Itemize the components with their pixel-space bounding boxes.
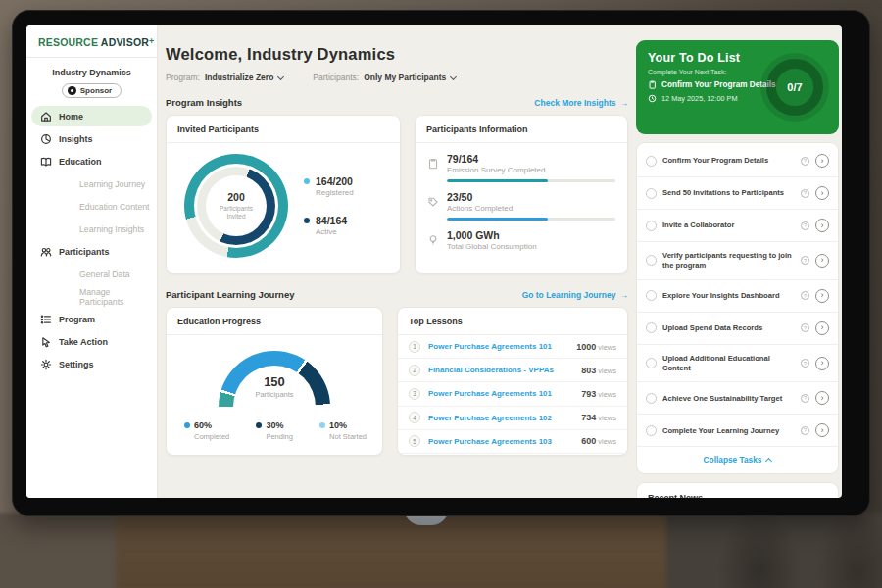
program-insights-title: Program Insights	[166, 97, 242, 108]
task-row: Achieve One Sustainability Target ? ›	[637, 382, 838, 415]
bulb-icon	[427, 232, 439, 246]
task-checkbox[interactable]	[646, 425, 657, 436]
learning-journey-title: Participant Learning Journey	[166, 289, 294, 300]
task-checkbox[interactable]	[646, 188, 657, 199]
sidebar-item[interactable]: Home	[31, 106, 152, 126]
program-filter[interactable]: Program: Industrialize Zero	[166, 73, 283, 82]
arrow-right-icon: →	[620, 290, 629, 300]
collapse-tasks-link[interactable]: Collapse Tasks	[637, 447, 838, 471]
page-title: Welcome, Industry Dynamics	[166, 45, 628, 64]
sidebar-item[interactable]: General Data	[31, 264, 152, 284]
sidebar-item[interactable]: Settings	[31, 354, 152, 374]
program-icon	[40, 314, 52, 325]
task-checkbox[interactable]	[646, 393, 657, 404]
sidebar-item-label: Program	[59, 315, 95, 324]
dashboard-screen: RESOURCE ADVISOR+ Industry Dynamics Spon…	[26, 25, 842, 498]
chevron-up-icon	[765, 458, 772, 465]
task-open-button[interactable]: ›	[815, 219, 829, 232]
background-wall-left	[0, 513, 122, 588]
legend-item: 60% Completed	[184, 420, 229, 441]
lesson-row: 4 Power Purchase Agreements 102 734views	[398, 407, 627, 430]
gauge-center-label: Participants	[219, 390, 330, 399]
lesson-link[interactable]: Power Purchase Agreements 101	[428, 342, 568, 351]
sponsor-badge[interactable]: Sponsor	[62, 83, 122, 98]
sidebar-item-label: Home	[59, 112, 83, 122]
sidebar-item[interactable]: Take Action	[31, 331, 152, 352]
metric-row: 23/50 Actions Completed	[427, 191, 615, 220]
invited-participants-title: Invited Participants	[167, 116, 400, 143]
task-open-button[interactable]: ›	[815, 391, 829, 405]
donut-center-value: 200	[227, 191, 245, 203]
info-icon[interactable]: ?	[801, 291, 809, 300]
lesson-row: 1 Power Purchase Agreements 101 1000view…	[398, 335, 627, 359]
sidebar-item[interactable]: Education Content	[31, 196, 152, 217]
recent-news-title: Recent News	[648, 493, 827, 498]
task-row: Upload Spend Data Records ? ›	[637, 313, 838, 345]
lesson-link[interactable]: Power Purchase Agreements 102	[428, 414, 573, 422]
participants-filter[interactable]: Participants: Only My Participants	[313, 73, 456, 82]
legend-label: Pending	[266, 432, 293, 441]
task-checkbox[interactable]	[646, 156, 657, 167]
progress-bar-fill	[447, 218, 548, 220]
info-icon[interactable]: ?	[801, 359, 809, 368]
sidebar-item[interactable]: Education	[31, 151, 152, 172]
task-checkbox[interactable]	[646, 220, 657, 231]
lesson-rank-badge: 2	[409, 365, 420, 376]
participants-filter-label: Participants:	[313, 73, 359, 82]
task-open-button[interactable]: ›	[815, 357, 829, 370]
info-icon[interactable]: ?	[801, 394, 809, 403]
check-more-insights-link[interactable]: Check More Insights →	[534, 98, 628, 108]
sidebar-item[interactable]: Program	[31, 309, 152, 329]
sidebar-item[interactable]: Manage Participants	[31, 286, 152, 307]
sidebar-item[interactable]: Learning Insights	[31, 219, 152, 239]
task-checkbox[interactable]	[646, 255, 657, 266]
chevron-down-icon	[277, 73, 284, 79]
lesson-link[interactable]: Financial Considerations - VPPAs	[428, 366, 573, 374]
info-icon[interactable]: ?	[801, 256, 809, 265]
invited-donut-chart: 200 Participants Invited	[184, 154, 288, 258]
arrow-right-icon: →	[620, 98, 629, 108]
task-open-button[interactable]: ›	[815, 254, 829, 268]
info-icon[interactable]: ?	[801, 426, 809, 435]
task-checkbox[interactable]	[646, 358, 657, 368]
todo-panel: Your To Do List Complete Your Next Task:…	[636, 25, 839, 498]
legend-dot	[304, 178, 310, 184]
sidebar-item[interactable]: Learning Journey	[31, 173, 152, 194]
info-icon[interactable]: ?	[801, 221, 809, 230]
legend-value: 164/200	[316, 175, 354, 187]
lesson-link[interactable]: Power Purchase Agreements 103	[428, 437, 573, 446]
go-to-learning-journey-link[interactable]: Go to Learning Journey →	[522, 290, 628, 300]
task-label: Confirm Your Program Details	[662, 156, 795, 166]
task-label: Invite a Collaborator	[662, 220, 795, 230]
lesson-views-count: 1000	[576, 342, 596, 352]
lesson-views-count: 803	[581, 366, 596, 375]
donut-legend: 164/200 Registered 84/164 Active	[304, 175, 354, 236]
legend-label: Registered	[316, 188, 354, 197]
info-icon[interactable]: ?	[801, 157, 809, 166]
task-open-button[interactable]: ›	[815, 186, 829, 200]
info-icon[interactable]: ?	[801, 323, 809, 332]
legend-value: 30%	[266, 420, 283, 430]
metric-row: 1,000 GWh Total Global Consumption	[427, 229, 615, 251]
task-row: Complete Your Learning Journey ? ›	[637, 415, 838, 447]
lesson-link[interactable]: Power Purchase Agreements 101	[428, 389, 573, 398]
go-to-learning-journey-label: Go to Learning Journey	[522, 290, 616, 300]
sidebar-item[interactable]: Insights	[31, 128, 152, 149]
home-icon	[40, 111, 52, 122]
todo-progress-value: 0/7	[787, 81, 802, 93]
education-progress-title: Education Progress	[167, 308, 382, 335]
todo-progress-ring: 0/7	[760, 53, 829, 122]
task-open-button[interactable]: ›	[815, 154, 829, 168]
task-label: Explore Your Insights Dashboard	[662, 291, 795, 301]
task-checkbox[interactable]	[646, 322, 657, 333]
task-open-button[interactable]: ›	[815, 321, 829, 335]
task-open-button[interactable]: ›	[815, 423, 829, 437]
todo-task-list: Confirm Your Program Details ? › Send 50…	[636, 142, 839, 474]
info-icon[interactable]: ?	[801, 189, 809, 198]
task-open-button[interactable]: ›	[815, 289, 829, 303]
metric-value: 79/164	[447, 153, 545, 165]
sidebar-item-label: Take Action	[59, 337, 108, 347]
sidebar: RESOURCE ADVISOR+ Industry Dynamics Spon…	[26, 25, 158, 498]
sidebar-item[interactable]: Participants	[31, 241, 152, 262]
task-checkbox[interactable]	[646, 290, 657, 301]
